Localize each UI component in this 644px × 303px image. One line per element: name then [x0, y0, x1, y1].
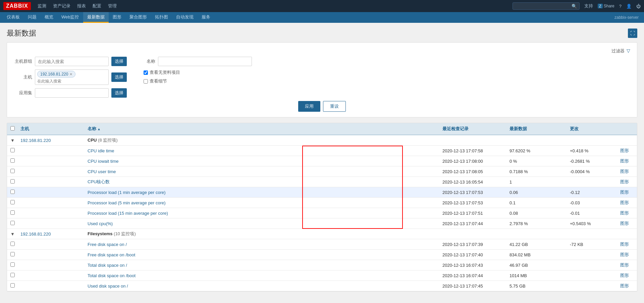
row-checkbox-cell[interactable] — [7, 146, 17, 155]
details-checkbox[interactable] — [144, 79, 148, 84]
item-name-link[interactable]: Total disk space on / — [88, 263, 127, 268]
collapse-icon[interactable]: ▼ — [10, 138, 15, 143]
host-select-button[interactable]: 选择 — [111, 72, 127, 82]
host-link[interactable]: 192.168.81.220 — [20, 232, 51, 237]
row-checkbox[interactable] — [10, 179, 15, 184]
expand-cell[interactable]: ▼ — [7, 136, 17, 145]
subnav-webmon[interactable]: Web监控 — [57, 12, 83, 23]
subnav-problems[interactable]: 问题 — [24, 12, 41, 23]
graph-link[interactable]: 图形 — [620, 283, 629, 288]
graph-link[interactable]: 图形 — [620, 221, 629, 226]
row-checkbox-cell[interactable] — [7, 177, 17, 187]
host-search-input[interactable] — [37, 79, 77, 84]
row-graph-cell[interactable]: 图形 — [617, 166, 637, 176]
row-checkbox[interactable] — [10, 221, 15, 225]
row-checkbox-cell[interactable] — [7, 240, 17, 249]
row-checkbox[interactable] — [10, 283, 15, 288]
host-group-input[interactable] — [35, 57, 109, 66]
row-graph-cell[interactable]: 图形 — [617, 177, 637, 187]
host-link[interactable]: 192.168.81.220 — [20, 138, 51, 143]
row-graph-cell[interactable]: 图形 — [617, 198, 637, 208]
graph-link[interactable]: 图形 — [620, 242, 629, 247]
item-name-link[interactable]: Total disk space on /boot — [88, 273, 136, 278]
row-checkbox[interactable] — [10, 262, 15, 267]
graph-link[interactable]: 图形 — [620, 148, 629, 153]
host-tag-remove[interactable]: ✕ — [69, 72, 72, 77]
zshare-button[interactable]: Z Share — [598, 4, 614, 8]
nav-config[interactable]: 配置 — [93, 3, 101, 9]
graph-link[interactable]: 图形 — [620, 252, 629, 257]
row-graph-cell[interactable]: 图形 — [617, 218, 637, 229]
fullscreen-button[interactable]: ⛶ — [628, 29, 637, 38]
expand-cell[interactable]: ▼ — [7, 230, 17, 239]
graph-link[interactable]: 图形 — [620, 169, 629, 174]
item-name-link[interactable]: Processor load (15 min average per core) — [88, 211, 168, 216]
item-name-link[interactable]: Used cpu(%) — [88, 221, 113, 226]
row-checkbox-cell[interactable] — [7, 250, 17, 259]
graph-link[interactable]: 图形 — [620, 158, 629, 163]
subnav-services[interactable]: 服务 — [198, 12, 214, 23]
item-name-link[interactable]: Used disk space on / — [88, 284, 128, 289]
item-name-link[interactable]: Free disk space on / — [88, 242, 127, 247]
subnav-screens[interactable]: 聚合图形 — [125, 12, 151, 23]
row-checkbox-cell[interactable] — [7, 271, 17, 280]
nav-reports[interactable]: 报表 — [77, 3, 86, 9]
graph-link[interactable]: 图形 — [620, 179, 629, 184]
row-checkbox[interactable] — [10, 210, 15, 215]
row-checkbox-cell[interactable] — [7, 188, 17, 197]
apply-button[interactable]: 应用 — [298, 101, 320, 112]
collapse-icon[interactable]: ▼ — [10, 232, 15, 237]
row-checkbox[interactable] — [10, 158, 15, 163]
row-checkbox-cell[interactable] — [7, 198, 17, 207]
item-name-link[interactable]: Processor load (1 min average per core) — [88, 190, 166, 195]
row-checkbox[interactable] — [10, 190, 15, 194]
graph-link[interactable]: 图形 — [620, 273, 629, 278]
subnav-dashboard[interactable]: 仪表板 — [3, 12, 24, 23]
nav-admin[interactable]: 管理 — [108, 3, 117, 9]
row-checkbox[interactable] — [10, 242, 15, 246]
app-filter-input[interactable] — [35, 88, 109, 98]
subnav-latest-data[interactable]: 最新数据 — [83, 12, 109, 23]
no-data-checkbox-label[interactable]: 查看无资料项目 — [144, 69, 180, 75]
row-checkbox[interactable] — [10, 273, 15, 277]
row-graph-cell[interactable]: 图形 — [617, 187, 637, 197]
row-checkbox[interactable] — [10, 200, 15, 204]
select-all-checkbox[interactable] — [10, 126, 15, 131]
subnav-autodiscovery[interactable]: 自动发现 — [172, 12, 198, 23]
nav-assets[interactable]: 资产记录 — [53, 3, 70, 9]
subnav-topology[interactable]: 拓扑图 — [151, 12, 172, 23]
row-graph-cell[interactable]: 图形 — [617, 208, 637, 218]
row-checkbox[interactable] — [10, 148, 15, 152]
row-checkbox-cell[interactable] — [7, 219, 17, 228]
logout-icon[interactable]: ⏻ — [636, 4, 641, 9]
details-checkbox-label[interactable]: 查看细节 — [144, 78, 180, 84]
item-name-link[interactable]: Processor load (5 min average per core) — [88, 200, 166, 205]
graph-link[interactable]: 图形 — [620, 262, 629, 267]
item-name-link[interactable]: CPU iowait time — [88, 159, 118, 164]
row-graph-cell[interactable]: 图形 — [617, 281, 637, 291]
support-link[interactable]: 支持 — [584, 3, 593, 9]
row-checkbox[interactable] — [10, 169, 15, 173]
graph-link[interactable]: 图形 — [620, 200, 629, 205]
row-checkbox[interactable] — [10, 252, 15, 256]
item-name-link[interactable]: CPU idle time — [88, 148, 114, 153]
host-group-select-button[interactable]: 选择 — [111, 57, 127, 66]
item-name-link[interactable]: CPU user time — [88, 169, 116, 174]
graph-link[interactable]: 图形 — [620, 190, 629, 195]
row-checkbox-cell[interactable] — [7, 156, 17, 166]
row-graph-cell[interactable]: 图形 — [617, 239, 637, 249]
row-checkbox-cell[interactable] — [7, 281, 17, 291]
host-input-wrapper[interactable]: 192.168.81.220 ✕ — [35, 69, 109, 85]
reset-button[interactable]: 重设 — [323, 101, 346, 112]
row-graph-cell[interactable]: 图形 — [617, 156, 637, 166]
row-checkbox-cell[interactable] — [7, 167, 17, 176]
no-data-checkbox[interactable] — [144, 70, 148, 75]
help-icon[interactable]: ? — [619, 4, 622, 9]
item-name-link[interactable]: CPU核心数 — [88, 179, 110, 184]
item-name-link[interactable]: Free disk space on /boot — [88, 252, 135, 257]
subnav-overview[interactable]: 概览 — [41, 12, 57, 23]
graph-link[interactable]: 图形 — [620, 210, 629, 215]
subnav-graphs[interactable]: 图形 — [109, 12, 125, 23]
row-checkbox-cell[interactable] — [7, 260, 17, 270]
nav-monitor[interactable]: 监测 — [38, 3, 46, 9]
